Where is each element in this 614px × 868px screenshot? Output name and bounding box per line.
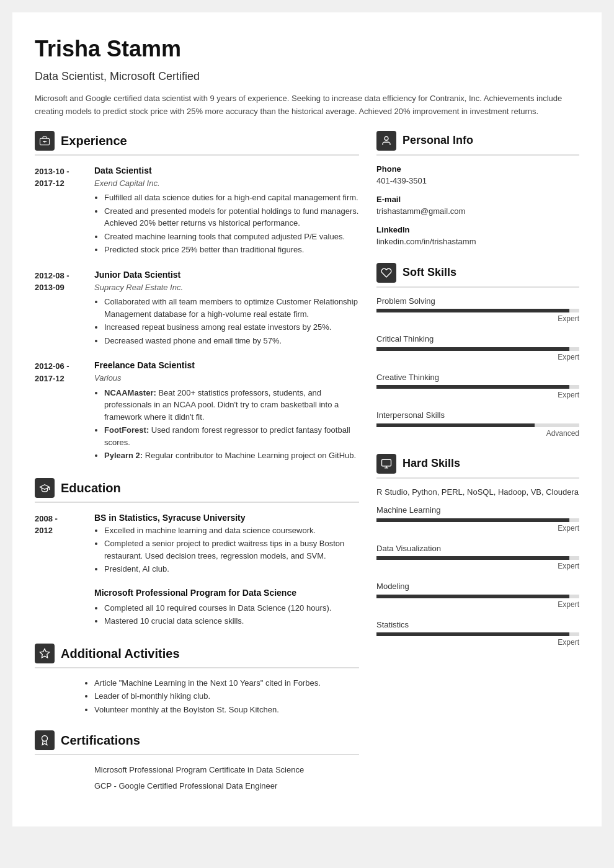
edu-content-1: BS in Statistics, Syracuse University Ex… (94, 512, 359, 577)
soft-skills-icon (376, 263, 396, 283)
exp-company-1: Exend Capital Inc. (94, 177, 359, 190)
hard-skills-title: Hard Skills (403, 455, 460, 472)
exp-bullet: Pylearn 2: Regular contributor to Machin… (104, 450, 359, 462)
additional-bullet: Article "Machine Learning in the Next 10… (94, 677, 359, 689)
exp-bullet: NCAAMaster: Beat 200+ statistics profess… (104, 387, 359, 423)
exp-company-3: Various (94, 372, 359, 384)
soft-skill-2: Critical Thinking Expert (376, 333, 579, 363)
svg-rect-6 (382, 459, 391, 466)
soft-skill-3: Creative Thinking Expert (376, 371, 579, 401)
edu-bullet: Completed all 10 required courses in Dat… (104, 602, 359, 614)
edu-bullet: Mastered 10 crucial data science skills. (104, 615, 359, 627)
exp-bullets-1: Fulfilled all data science duties for a … (94, 192, 359, 256)
certifications-header: Certifications (35, 730, 359, 755)
edu-degree-2: Microsoft Professional Program for Data … (94, 587, 359, 600)
soft-skill-name-4: Interpersonal Skills (376, 409, 579, 422)
hard-skill-name-2: Data Visualization (376, 542, 579, 555)
soft-skill-bar-bg-4 (376, 423, 579, 427)
hard-skill-bar-fill-2 (376, 556, 569, 560)
hard-skill-level-4: Expert (376, 637, 579, 648)
hard-skill-bar-bg-4 (376, 632, 579, 636)
exp-bullet: FootForest: Used random forest regressor… (104, 424, 359, 448)
additional-icon (35, 644, 55, 663)
exp-bullet: Decreased wasted phone and email time by… (104, 335, 359, 347)
svg-point-5 (385, 136, 388, 140)
svg-point-4 (42, 736, 48, 742)
soft-skill-bar-fill-3 (376, 385, 569, 389)
hard-skill-3: Modeling Expert (376, 580, 579, 610)
svg-marker-3 (40, 649, 50, 657)
certifications-icon (35, 730, 55, 750)
additional-section: Additional Activities Article "Machine L… (35, 644, 359, 716)
soft-skills-title: Soft Skills (403, 264, 456, 281)
soft-skill-bar-bg-2 (376, 347, 579, 351)
right-column: Personal Info Phone 401-439-3501 E-mail … (376, 131, 579, 807)
exp-content-2: Junior Data Scientist Supracy Real Estat… (94, 268, 359, 348)
linkedin-label: LinkedIn (376, 224, 579, 236)
edu-bullets-1: Excelled in machine learning and data sc… (94, 525, 359, 575)
edu-date-1: 2008 -2012 (35, 512, 84, 577)
certifications-section: Certifications Microsoft Professional Pr… (35, 730, 359, 792)
candidate-summary: Microsoft and Google certified data scie… (35, 92, 579, 118)
personal-info-title: Personal Info (403, 132, 473, 149)
personal-info-icon (376, 131, 396, 151)
exp-date-3: 2012-06 -2017-12 (35, 359, 84, 463)
phone-value: 401-439-3501 (376, 175, 579, 187)
exp-entry-2: 2012-08 -2013-09 Junior Data Scientist S… (35, 268, 359, 348)
soft-skill-name-1: Problem Solving (376, 295, 579, 308)
education-icon (35, 478, 55, 498)
exp-bullet: Increased repeat business among real est… (104, 321, 359, 334)
education-header: Education (35, 478, 359, 503)
personal-info-header: Personal Info (376, 131, 579, 156)
soft-skill-level-2: Expert (376, 352, 579, 363)
cert-entry-2: GCP - Google Certified Professional Data… (35, 780, 359, 792)
soft-skill-name-3: Creative Thinking (376, 371, 579, 384)
hard-skill-bar-fill-4 (376, 632, 569, 636)
hard-skill-name-1: Machine Learning (376, 504, 579, 516)
hard-skills-icon (376, 454, 396, 474)
exp-content-1: Data Scientist Exend Capital Inc. Fulfil… (94, 164, 359, 257)
additional-bullet: Volunteer monthly at the Boylston St. So… (94, 704, 359, 716)
exp-content-3: Freelance Data Scientist Various NCAAMas… (94, 359, 359, 463)
exp-entry-3: 2012-06 -2017-12 Freelance Data Scientis… (35, 359, 359, 463)
edu-entry-1: 2008 -2012 BS in Statistics, Syracuse Un… (35, 512, 359, 577)
exp-title-2: Junior Data Scientist (94, 268, 359, 281)
cert-entry-1: Microsoft Professional Program Certifica… (35, 764, 359, 776)
personal-info-section: Personal Info Phone 401-439-3501 E-mail … (376, 131, 579, 248)
exp-entry-1: 2013-10 -2017-12 Data Scientist Exend Ca… (35, 164, 359, 257)
hard-skill-level-2: Expert (376, 560, 579, 572)
hard-skill-bar-fill-3 (376, 595, 569, 598)
exp-bullets-2: Collaborated with all team members to op… (94, 296, 359, 347)
hard-skill-bar-fill-1 (376, 518, 569, 522)
soft-skill-level-3: Expert (376, 389, 579, 401)
hard-skill-4: Statistics Expert (376, 619, 579, 649)
email-value: trishastamm@gmail.com (376, 205, 579, 218)
education-title: Education (61, 479, 121, 497)
additional-bullets: Article "Machine Learning in the Next 10… (35, 677, 359, 716)
edu-bullet: President, AI club. (104, 563, 359, 575)
hard-skill-bar-bg-3 (376, 595, 579, 598)
soft-skill-bar-bg-1 (376, 309, 579, 312)
hard-skill-level-3: Expert (376, 599, 579, 610)
soft-skills-header: Soft Skills (376, 263, 579, 288)
soft-skill-bar-fill-2 (376, 347, 569, 351)
email-item: E-mail trishastamm@gmail.com (376, 193, 579, 218)
exp-date-2: 2012-08 -2013-09 (35, 268, 84, 348)
left-column: Experience 2013-10 -2017-12 Data Scienti… (35, 131, 359, 807)
exp-company-2: Supracy Real Estate Inc. (94, 281, 359, 294)
additional-title: Additional Activities (61, 644, 180, 663)
exp-bullet: Created machine learning tools that comp… (104, 231, 359, 243)
exp-bullets-3: NCAAMaster: Beat 200+ statistics profess… (94, 387, 359, 462)
certifications-title: Certifications (61, 731, 140, 750)
soft-skill-level-4: Advanced (376, 428, 579, 439)
edu-content-2: Microsoft Professional Program for Data … (94, 587, 359, 629)
experience-icon (35, 131, 55, 151)
resume-container: Trisha Stamm Data Scientist, Microsoft C… (12, 12, 602, 826)
exp-bullet: Collaborated with all team members to op… (104, 296, 359, 320)
experience-header: Experience (35, 131, 359, 156)
exp-date-1: 2013-10 -2017-12 (35, 164, 84, 257)
edu-bullet: Excelled in machine learning and data sc… (104, 525, 359, 537)
hard-skills-list: R Studio, Python, PERL, NoSQL, Hadoop, V… (376, 486, 579, 498)
experience-title: Experience (61, 131, 127, 150)
hard-skill-bar-bg-2 (376, 556, 579, 560)
